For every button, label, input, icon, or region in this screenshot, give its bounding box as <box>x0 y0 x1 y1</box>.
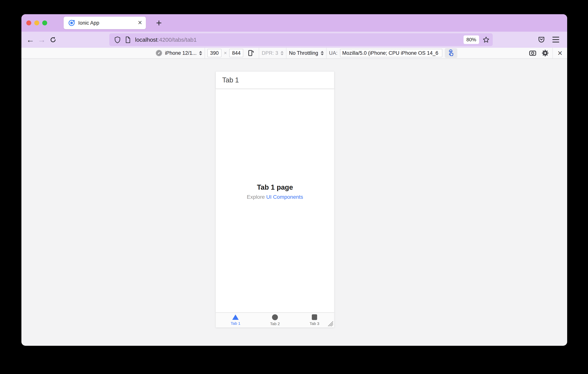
url-path: :4200/tabs/tab1 <box>158 37 197 43</box>
url-bar[interactable]: localhost:4200/tabs/tab1 80% <box>109 33 493 46</box>
bookmark-star-icon[interactable] <box>483 36 490 43</box>
reload-button[interactable] <box>47 34 59 45</box>
forward-button: → <box>36 34 47 45</box>
user-agent-input[interactable] <box>340 49 442 57</box>
url-text[interactable]: localhost:4200/tabs/tab1 <box>135 37 463 43</box>
square-icon <box>312 314 317 320</box>
reload-icon <box>49 36 57 43</box>
navigation-toolbar: ← → localhost:4200/tabs/tab1 80% <box>21 32 567 48</box>
ellipse-icon <box>272 314 278 320</box>
browser-tab[interactable]: Ionic App × <box>64 17 146 29</box>
tab-button-tab2[interactable]: Tab 2 <box>255 313 294 327</box>
tab-button-tab1[interactable]: Tab 1 <box>216 313 255 327</box>
zoom-level-badge[interactable]: 80% <box>463 35 479 44</box>
app-main: Tab 1 page Explore UI Components <box>216 89 334 312</box>
screenshot-canvas: Ionic App × + ← → <box>0 0 588 374</box>
viewport-width-input[interactable] <box>207 49 221 57</box>
device-selector-stepper-icon[interactable] <box>199 51 202 55</box>
viewport-height-input[interactable] <box>229 49 243 57</box>
new-tab-button[interactable]: + <box>153 17 165 29</box>
ionic-favicon <box>68 20 75 26</box>
dpr-stepper-icon <box>281 51 284 55</box>
rdm-controls: iPhone 12/1... × DPR: 3 No Thro <box>155 48 457 58</box>
throttling-stepper-icon[interactable] <box>321 51 324 55</box>
app-center-container: Tab 1 page Explore UI Components <box>216 183 334 200</box>
page-subtitle: Explore UI Components <box>216 194 334 200</box>
camera-icon <box>529 49 536 57</box>
tab-label: Tab 2 <box>270 321 280 326</box>
triangle-icon <box>232 314 239 320</box>
hamburger-icon <box>552 37 559 38</box>
close-rdm-button[interactable]: × <box>555 48 565 58</box>
browser-titlebar: Ionic App × + <box>21 14 567 32</box>
app-header-title: Tab 1 <box>222 76 239 84</box>
gear-icon <box>541 49 549 57</box>
page-info-icon[interactable] <box>125 36 131 43</box>
viewport-resize-handle[interactable] <box>326 320 333 327</box>
pocket-icon <box>538 36 545 43</box>
close-tab-icon[interactable]: × <box>138 19 142 26</box>
tab-label: Tab 1 <box>231 321 240 326</box>
screenshot-button[interactable] <box>527 48 538 58</box>
app-menu-button[interactable] <box>550 34 561 45</box>
times-separator: × <box>224 50 227 56</box>
touch-pointer-icon <box>447 49 455 57</box>
back-button[interactable]: ← <box>25 34 36 45</box>
touch-simulation-toggle[interactable] <box>445 48 457 58</box>
url-host: localhost <box>135 37 158 43</box>
device-selector[interactable]: iPhone 12/1... <box>165 50 197 56</box>
ua-label: UA: <box>329 50 337 56</box>
minimize-window-button[interactable] <box>34 21 39 25</box>
subtitle-text: Explore <box>247 194 266 200</box>
dpr-selector: DPR: 3 <box>262 50 278 56</box>
app-tab-bar: Tab 1 Tab 2 Tab 3 <box>216 312 334 327</box>
pocket-button[interactable] <box>536 34 547 45</box>
rdm-toolbar: iPhone 12/1... × DPR: 3 No Thro <box>21 48 567 59</box>
page-content-area: Tab 1 Tab 1 page Explore UI Components T… <box>21 59 567 345</box>
browser-window: Ionic App × + ← → <box>21 14 567 346</box>
shield-permissions-icon[interactable] <box>114 36 121 43</box>
app-header: Tab 1 <box>216 72 334 89</box>
page-title: Tab 1 page <box>216 183 334 191</box>
tab-title: Ionic App <box>78 20 138 26</box>
tab-label: Tab 3 <box>310 321 319 326</box>
rotate-viewport-button[interactable] <box>246 48 256 58</box>
rotate-phone-icon <box>247 49 255 57</box>
device-viewport: Tab 1 Tab 1 page Explore UI Components T… <box>216 71 334 328</box>
close-window-button[interactable] <box>26 21 31 25</box>
rdm-settings-button[interactable] <box>540 48 550 58</box>
rdm-right-controls: × <box>527 48 565 58</box>
throttling-selector[interactable]: No Throttling <box>289 50 318 56</box>
maximize-window-button[interactable] <box>42 21 47 25</box>
ui-components-link[interactable]: UI Components <box>266 194 303 200</box>
safari-browser-icon <box>155 49 163 57</box>
